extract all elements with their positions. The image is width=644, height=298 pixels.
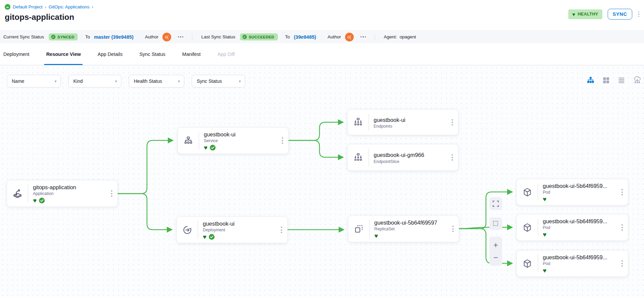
author-avatar[interactable]: o( xyxy=(162,33,171,41)
header-more-menu[interactable] xyxy=(638,11,640,18)
node-endpointslice[interactable]: guestbook-ui-gm966 EndpointSlice xyxy=(347,144,458,171)
filter-bar: Name▾ Kind▾ Health Status▾ Sync Status▾ xyxy=(7,75,245,88)
node-deployment[interactable]: guestbook-ui Deployment ♥ xyxy=(177,217,288,243)
check-circle-icon: ✓ xyxy=(51,35,55,39)
synced-check-icon xyxy=(210,145,216,151)
node-more-menu[interactable] xyxy=(276,217,287,243)
node-more-menu[interactable] xyxy=(616,179,628,205)
node-title: gitops-application xyxy=(33,184,106,191)
last-sync-more-menu[interactable] xyxy=(361,36,366,38)
last-target-revision-link[interactable]: (39e9485) xyxy=(294,34,316,40)
kind-filter-dropdown[interactable]: Kind▾ xyxy=(68,75,121,88)
fullscreen-button[interactable] xyxy=(489,197,502,210)
node-title: guestbook-ui-5b64f6959... xyxy=(543,254,616,261)
zoom-out-button[interactable]: − xyxy=(493,254,498,262)
node-title: guestbook-ui-5b64f69597 xyxy=(374,219,447,226)
agent-value: opagent xyxy=(400,34,416,39)
divider xyxy=(192,34,192,40)
node-more-menu[interactable] xyxy=(616,251,628,276)
to-label: To xyxy=(85,34,90,39)
list-view-icon[interactable] xyxy=(618,76,625,84)
grid-view-icon[interactable] xyxy=(602,76,610,84)
node-more-menu[interactable] xyxy=(447,216,459,242)
node-pod-1[interactable]: guestbook-ui-5b64f6959... Pod ♥ xyxy=(517,179,628,205)
node-title: guestbook-ui xyxy=(204,131,277,138)
node-more-menu[interactable] xyxy=(106,180,117,206)
node-service[interactable]: guestbook-ui Service ♥ xyxy=(178,127,289,154)
healthy-heart-icon: ♥ xyxy=(543,267,546,274)
zoom-in-button[interactable]: + xyxy=(493,241,498,249)
sync-status-filter-label: Sync Status xyxy=(197,78,222,84)
node-kind: ReplicaSet xyxy=(374,227,447,231)
tab-app-details[interactable]: App Details xyxy=(98,43,122,65)
tab-deployment[interactable]: Deployment xyxy=(3,43,29,65)
health-badge-label: HEALTHY xyxy=(578,12,598,16)
node-replicaset[interactable]: guestbook-ui-5b64f69597 ReplicaSet ♥ xyxy=(348,216,459,242)
page-title: gitops-application xyxy=(5,12,639,22)
to-label: To xyxy=(285,34,290,39)
name-filter-dropdown[interactable]: Name▾ xyxy=(7,75,61,88)
node-kind: Deployment xyxy=(203,228,276,232)
page-header: ∞ Default Project › GitOps: Applications… xyxy=(0,0,644,30)
node-title: guestbook-ui-gm966 xyxy=(374,152,447,159)
synced-badge: ✓ SYNCED xyxy=(49,33,78,40)
divider xyxy=(375,34,375,40)
tree-view-icon[interactable] xyxy=(587,76,594,84)
endpointslice-icon xyxy=(348,144,369,170)
chevron-down-icon: ▾ xyxy=(239,79,241,84)
selection-tool-button[interactable] xyxy=(489,217,502,230)
node-endpoints[interactable]: guestbook-ui Endpoints xyxy=(347,109,458,135)
node-title: guestbook-ui-5b64f6959... xyxy=(543,183,616,189)
author-label: Author xyxy=(328,34,341,39)
sync-status-filter-dropdown[interactable]: Sync Status▾ xyxy=(192,75,245,88)
health-status-filter-label: Health Status xyxy=(134,78,162,84)
pod-icon xyxy=(517,179,538,205)
sync-status-bar: Current Sync Status ✓ SYNCED To master (… xyxy=(0,30,644,43)
node-kind: Endpoints xyxy=(374,124,447,129)
succeeded-badge-label: SUCCEEDED xyxy=(249,35,274,39)
cloud-resources-view-icon[interactable] xyxy=(633,76,641,84)
node-more-menu[interactable] xyxy=(447,144,458,170)
breadcrumb-separator-icon: › xyxy=(92,5,93,9)
node-pod-3[interactable]: guestbook-ui-5b64f6959... Pod ♥ xyxy=(517,250,628,277)
node-more-menu[interactable] xyxy=(447,110,458,135)
resource-graph-canvas[interactable]: Name▾ Kind▾ Health Status▾ Sync Status▾ xyxy=(0,65,644,298)
pod-icon xyxy=(517,214,538,240)
healthy-heart-icon: ♥ xyxy=(543,196,546,202)
deployment-icon xyxy=(177,217,198,243)
node-pod-2[interactable]: guestbook-ui-5b64f6959... Pod ♥ xyxy=(517,214,628,241)
last-sync-status-label: Last Sync Status xyxy=(201,34,235,39)
node-kind: Pod xyxy=(543,261,616,266)
node-kind: EndpointSlice xyxy=(374,159,447,164)
current-target-revision-link[interactable]: master (39e9485) xyxy=(94,34,134,40)
current-sync-more-menu[interactable] xyxy=(178,36,184,38)
healthy-heart-icon: ♥ xyxy=(33,197,37,204)
tab-bar: Deployment Resource View App Details Syn… xyxy=(0,43,644,65)
synced-check-icon xyxy=(209,234,215,240)
tab-manifest[interactable]: Manifest xyxy=(182,43,201,65)
replicaset-icon xyxy=(348,216,369,242)
node-kind: Pod xyxy=(543,225,616,230)
healthy-heart-icon: ♥ xyxy=(204,144,207,151)
node-more-menu[interactable] xyxy=(616,214,628,240)
node-application[interactable]: gitops-application Application ♥ xyxy=(7,180,118,207)
author-avatar[interactable]: o( xyxy=(345,33,354,41)
gitops-logo-icon: ∞ xyxy=(5,4,10,10)
node-more-menu[interactable] xyxy=(277,128,288,154)
synced-check-icon xyxy=(39,198,45,203)
breadcrumb-section[interactable]: GitOps: Applications xyxy=(49,4,90,9)
healthy-heart-icon: ♥ xyxy=(543,231,546,238)
heart-icon: ♥ xyxy=(572,12,575,17)
sync-button[interactable]: SYNC xyxy=(608,9,632,20)
healthy-heart-icon: ♥ xyxy=(203,234,206,240)
synced-badge-label: SYNCED xyxy=(58,35,74,39)
breadcrumb-project[interactable]: Default Project xyxy=(13,4,43,9)
view-toggles xyxy=(587,76,641,84)
node-kind: Service xyxy=(204,138,277,143)
tab-sync-status[interactable]: Sync Status xyxy=(139,43,165,65)
application-icon xyxy=(7,180,28,206)
author-label: Author xyxy=(145,34,158,39)
health-status-filter-dropdown[interactable]: Health Status▾ xyxy=(129,75,184,88)
tab-resource-view[interactable]: Resource View xyxy=(46,43,81,65)
succeeded-badge: ✓ SUCCEEDED xyxy=(240,33,278,40)
